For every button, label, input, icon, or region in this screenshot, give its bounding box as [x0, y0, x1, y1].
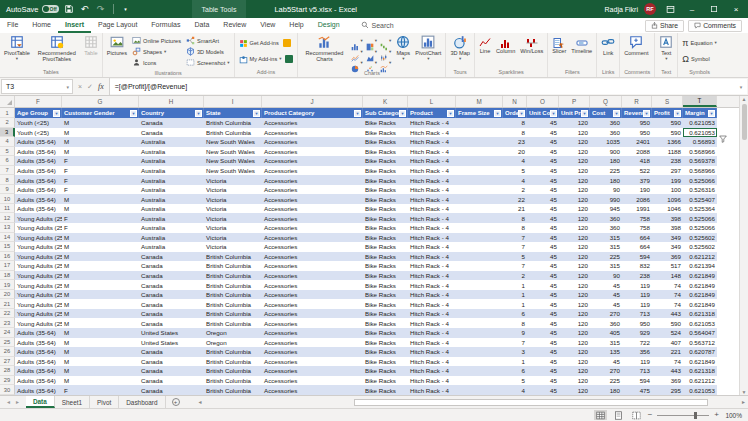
cell-I18[interactable]: British Columbia — [204, 271, 262, 281]
cell-J19[interactable]: Accessories — [262, 280, 363, 290]
cell-J13[interactable]: Accessories — [262, 223, 363, 233]
cell-P27[interactable]: 120 — [559, 357, 590, 367]
cell-G12[interactable]: F — [62, 213, 139, 223]
cell-J28[interactable]: Accessories — [262, 366, 363, 376]
cell-P25[interactable]: 120 — [559, 338, 590, 348]
filter-button-icon[interactable]: ▼ — [708, 110, 715, 117]
cell-F17[interactable]: Young Adults (25-3 — [15, 261, 62, 271]
cell-S11[interactable]: 1046 — [652, 204, 683, 214]
cell-J24[interactable]: Accessories — [262, 328, 363, 338]
cell-K27[interactable]: Bike Racks — [363, 357, 408, 367]
cell-M30[interactable] — [456, 385, 503, 395]
row-header-7[interactable]: 7 — [0, 166, 15, 176]
cell-H26[interactable]: Canada — [139, 347, 204, 357]
cell-N6[interactable]: 4 — [503, 156, 527, 166]
cell-T8[interactable]: 0.525066 — [683, 175, 717, 185]
cell-O28[interactable]: 45 — [527, 366, 559, 376]
column-filter-header-Q[interactable]: Cost▼ — [590, 108, 622, 118]
cell-R9[interactable]: 190 — [622, 185, 652, 195]
comment-button[interactable]: Comment — [622, 34, 650, 68]
column-filter-header-R[interactable]: Revenu▼ — [622, 108, 652, 118]
cell-Q9[interactable]: 90 — [590, 185, 622, 195]
cell-O15[interactable]: 45 — [527, 242, 559, 252]
column-header-J[interactable]: J — [262, 96, 363, 107]
cell-I7[interactable]: New South Wales — [204, 166, 262, 176]
cell-N19[interactable]: 1 — [503, 280, 527, 290]
cell-K28[interactable]: Bike Racks — [363, 366, 408, 376]
sheet-tab-dashboard[interactable]: Dashboard — [119, 396, 165, 408]
cell-R23[interactable]: 950 — [622, 318, 652, 328]
cell-S2[interactable]: 590 — [652, 118, 683, 128]
cell-F25[interactable]: Adults (35-64) — [15, 338, 62, 348]
cell-P17[interactable]: 120 — [559, 261, 590, 271]
cell-T4[interactable]: 0.56893 — [683, 137, 717, 147]
cell-I17[interactable]: British Columbia — [204, 261, 262, 271]
cell-Q24[interactable]: 405 — [590, 328, 622, 338]
cell-T24[interactable]: 0.564047 — [683, 328, 717, 338]
cell-L5[interactable]: Hitch Rack - 4 — [408, 147, 456, 157]
insert-function-icon[interactable]: fx — [98, 82, 104, 91]
cell-G2[interactable]: M — [62, 118, 139, 128]
cancel-icon[interactable]: × — [78, 83, 82, 90]
enter-icon[interactable]: ✓ — [87, 83, 93, 91]
autosave-switch[interactable]: Off — [42, 5, 59, 13]
cell-M28[interactable] — [456, 366, 503, 376]
cell-J26[interactable]: Accessories — [262, 347, 363, 357]
cell-N12[interactable]: 8 — [503, 213, 527, 223]
cell-F26[interactable]: Adults (35-64) — [15, 347, 62, 357]
cell-R20[interactable]: 119 — [622, 290, 652, 300]
column-filter-header-L[interactable]: Product▼ — [408, 108, 456, 118]
cell-O22[interactable]: 45 — [527, 309, 559, 319]
cell-H7[interactable]: Australia — [139, 166, 204, 176]
cell-O26[interactable]: 45 — [527, 347, 559, 357]
column-header-K[interactable]: K — [363, 96, 408, 107]
sparkline-winloss-button[interactable]: Win/Loss — [518, 34, 545, 68]
column-chart-button[interactable]: ▾ — [351, 37, 362, 45]
filter-button-icon[interactable]: ▼ — [53, 110, 60, 117]
cell-H20[interactable]: Canada — [139, 290, 204, 300]
cell-G3[interactable]: M — [62, 128, 139, 138]
cell-N3[interactable]: 8 — [503, 128, 527, 138]
cell-G28[interactable]: M — [62, 366, 139, 376]
cell-J21[interactable]: Accessories — [262, 299, 363, 309]
cell-P7[interactable]: 120 — [559, 166, 590, 176]
cell-O5[interactable]: 45 — [527, 147, 559, 157]
cell-K21[interactable]: Bike Racks — [363, 299, 408, 309]
cell-O9[interactable]: 45 — [527, 185, 559, 195]
cell-Q30[interactable]: 180 — [590, 385, 622, 395]
tab-home[interactable]: Home — [25, 18, 58, 33]
cell-O30[interactable]: 45 — [527, 385, 559, 395]
cell-K30[interactable]: Bike Racks — [363, 385, 408, 395]
cell-H27[interactable]: Canada — [139, 357, 204, 367]
column-header-N[interactable]: N — [503, 96, 527, 107]
cell-N5[interactable]: 20 — [503, 147, 527, 157]
combo-chart-button[interactable]: ▾ — [380, 59, 391, 67]
cell-I20[interactable]: British Columbia — [204, 290, 262, 300]
cell-H25[interactable]: United States — [139, 338, 204, 348]
cell-L30[interactable]: Hitch Rack - 4 — [408, 385, 456, 395]
cell-R4[interactable]: 2401 — [622, 137, 652, 147]
cell-O2[interactable]: 45 — [527, 118, 559, 128]
sparkline-line-button[interactable]: Line — [477, 34, 493, 68]
cell-P20[interactable]: 120 — [559, 290, 590, 300]
cell-S17[interactable]: 517 — [652, 261, 683, 271]
cell-Q28[interactable]: 270 — [590, 366, 622, 376]
row-header-22[interactable]: 22 — [0, 309, 15, 319]
online-pictures-button[interactable]: Online Pictures — [130, 35, 183, 46]
cell-O10[interactable]: 45 — [527, 194, 559, 204]
row-header-17[interactable]: 17 — [0, 261, 15, 271]
cell-H9[interactable]: Australia — [139, 185, 204, 195]
text-button[interactable]: Text▾ — [657, 34, 675, 68]
cell-S22[interactable]: 443 — [652, 309, 683, 319]
cell-I6[interactable]: New South Wales — [204, 156, 262, 166]
cell-I4[interactable]: New South Wales — [204, 137, 262, 147]
cell-R21[interactable]: 119 — [622, 299, 652, 309]
cell-N16[interactable]: 5 — [503, 252, 527, 262]
cell-R28[interactable]: 713 — [622, 366, 652, 376]
cell-N29[interactable]: 5 — [503, 376, 527, 386]
cell-Q29[interactable]: 225 — [590, 376, 622, 386]
cell-J29[interactable]: Accessories — [262, 376, 363, 386]
sheet-nav-right-icon[interactable]: ► — [15, 399, 20, 405]
cell-S27[interactable]: 74 — [652, 357, 683, 367]
row-header-14[interactable]: 14 — [0, 233, 15, 243]
